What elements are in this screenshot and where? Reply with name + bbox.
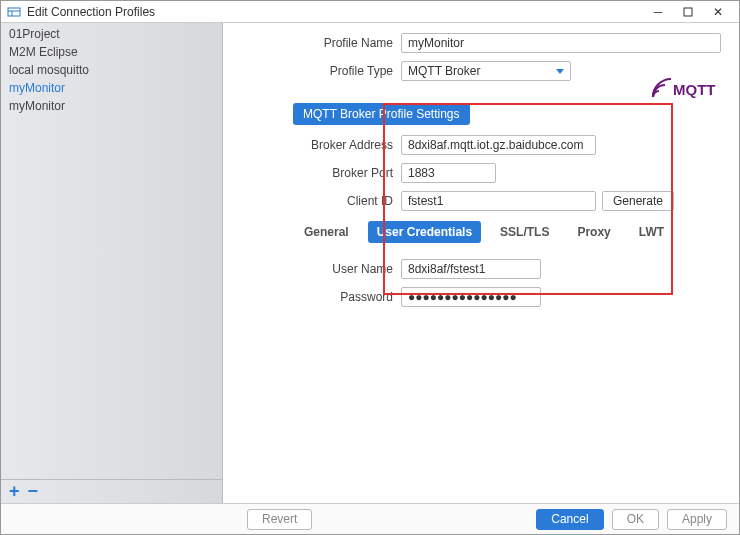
maximize-button[interactable] bbox=[673, 2, 703, 22]
profile-type-label: Profile Type bbox=[241, 64, 401, 78]
svg-rect-0 bbox=[8, 8, 20, 16]
broker-port-input[interactable] bbox=[401, 163, 496, 183]
profile-form: Profile Name Profile Type MQTT Broker MQ… bbox=[223, 23, 739, 503]
password-label: Password bbox=[241, 290, 401, 304]
cancel-button[interactable]: Cancel bbox=[536, 509, 603, 530]
tab-lwt[interactable]: LWT bbox=[630, 221, 673, 243]
profile-type-value: MQTT Broker bbox=[408, 64, 480, 78]
tab-general[interactable]: General bbox=[295, 221, 358, 243]
password-row: Password bbox=[241, 287, 721, 307]
client-id-label: Client ID bbox=[241, 194, 401, 208]
broker-address-row: Broker Address bbox=[241, 135, 721, 155]
remove-profile-icon[interactable]: − bbox=[28, 481, 39, 502]
tab-ssl-tls[interactable]: SSL/TLS bbox=[491, 221, 558, 243]
dialog-footer: Revert Cancel OK Apply bbox=[1, 503, 739, 534]
svg-text:MQTT: MQTT bbox=[673, 81, 716, 98]
profile-item[interactable]: local mosquitto bbox=[1, 61, 222, 79]
profile-name-row: Profile Name bbox=[241, 33, 721, 53]
generate-button[interactable]: Generate bbox=[602, 191, 674, 211]
app-icon bbox=[7, 5, 21, 19]
window-controls: ─ ✕ bbox=[643, 2, 733, 22]
main-area: 01Project M2M Eclipse local mosquitto my… bbox=[1, 23, 739, 503]
profile-item[interactable]: myMonitor bbox=[1, 79, 222, 97]
window-title: Edit Connection Profiles bbox=[27, 5, 643, 19]
sidebar-footer: + − bbox=[1, 479, 222, 503]
profile-name-label: Profile Name bbox=[241, 36, 401, 50]
revert-button[interactable]: Revert bbox=[247, 509, 312, 530]
titlebar: Edit Connection Profiles ─ ✕ bbox=[1, 1, 739, 23]
ok-button[interactable]: OK bbox=[612, 509, 659, 530]
mqtt-logo: MQTT bbox=[651, 77, 721, 102]
profile-type-select[interactable]: MQTT Broker bbox=[401, 61, 571, 81]
minimize-button[interactable]: ─ bbox=[643, 2, 673, 22]
username-input[interactable] bbox=[401, 259, 541, 279]
broker-port-row: Broker Port bbox=[241, 163, 721, 183]
client-id-row: Client ID Generate bbox=[241, 191, 721, 211]
broker-port-label: Broker Port bbox=[241, 166, 401, 180]
broker-settings-header: MQTT Broker Profile Settings bbox=[293, 103, 470, 125]
username-row: User Name bbox=[241, 259, 721, 279]
svg-rect-3 bbox=[684, 8, 692, 16]
profiles-list: 01Project M2M Eclipse local mosquitto my… bbox=[1, 23, 222, 479]
profile-item[interactable]: 01Project bbox=[1, 25, 222, 43]
chevron-down-icon bbox=[556, 69, 564, 74]
profile-name-input[interactable] bbox=[401, 33, 721, 53]
apply-button[interactable]: Apply bbox=[667, 509, 727, 530]
add-profile-icon[interactable]: + bbox=[9, 481, 20, 502]
profiles-sidebar: 01Project M2M Eclipse local mosquitto my… bbox=[1, 23, 223, 503]
password-input[interactable] bbox=[401, 287, 541, 307]
broker-address-input[interactable] bbox=[401, 135, 596, 155]
username-label: User Name bbox=[241, 262, 401, 276]
broker-address-label: Broker Address bbox=[241, 138, 401, 152]
profile-item[interactable]: M2M Eclipse bbox=[1, 43, 222, 61]
tab-user-credentials[interactable]: User Credentials bbox=[368, 221, 481, 243]
settings-tabs: General User Credentials SSL/TLS Proxy L… bbox=[295, 221, 721, 243]
tab-proxy[interactable]: Proxy bbox=[568, 221, 619, 243]
client-id-input[interactable] bbox=[401, 191, 596, 211]
profile-item[interactable]: myMonitor bbox=[1, 97, 222, 115]
close-button[interactable]: ✕ bbox=[703, 2, 733, 22]
profile-type-row: Profile Type MQTT Broker bbox=[241, 61, 721, 81]
